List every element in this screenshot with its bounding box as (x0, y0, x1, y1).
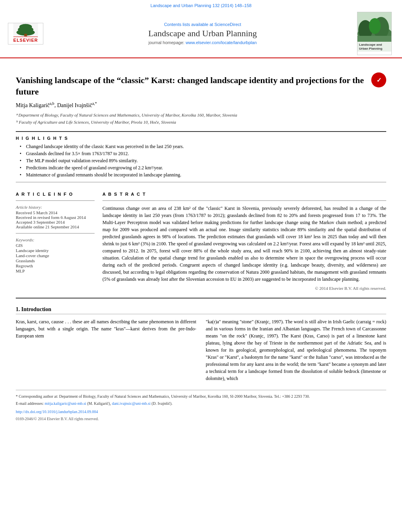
info-abstract-row: A R T I C L E I N F O Article history: R… (16, 188, 386, 291)
abstract-divider (102, 200, 386, 201)
svg-rect-10 (357, 36, 392, 42)
highlights-label: H I G H L I G H T S (16, 136, 386, 141)
list-item: Predictions indicate the speed of grassl… (20, 165, 386, 171)
divider-3 (16, 298, 386, 298)
keyword-item: Land-cover change (16, 253, 95, 258)
doi-link[interactable]: http://dx.doi.org/10.1016/j.landurbplan.… (16, 410, 98, 414)
list-item: The MLP model output validation revealed… (20, 158, 386, 164)
authors-line: Mitja Kaligariča,b, Danijel Ivajnšiča,* (16, 101, 386, 109)
article-title: Vanishing landscape of the “classic” Kar… (16, 75, 367, 97)
info-divider-mid (16, 233, 95, 234)
divider-2 (16, 182, 386, 182)
svg-text:✓: ✓ (376, 77, 382, 83)
crossmark-badge: ✓ (371, 72, 386, 87)
journal-title: Landscape and Urban Planning (50, 28, 355, 39)
section-title: Introduction (21, 306, 51, 312)
email1-person: (M. Kaligarič), (87, 401, 111, 406)
received-date: Received 5 March 2014 (16, 210, 95, 215)
section-heading-1: 1. Introduction (16, 306, 386, 314)
info-divider-top (16, 200, 95, 201)
header-center: Contents lists available at ScienceDirec… (50, 22, 355, 45)
keyword-item: Regrowth (16, 263, 95, 268)
sciencedirect-link[interactable]: ScienceDirect (214, 22, 241, 27)
cover-landscape-icon (357, 12, 392, 42)
keyword-item: Landscape identity (16, 248, 95, 253)
email-label: E-mail addresses: (16, 401, 44, 406)
intro-text-cols: Kras, karst, carso, causse . . . these a… (16, 318, 386, 382)
elsevier-tree-icon (12, 23, 39, 37)
list-item: Changed landscape identity of the classi… (20, 144, 386, 150)
accepted-date: Accepted 3 September 2014 (16, 220, 95, 224)
journal-homepage-link[interactable]: www.elsevier.com/locate/landurbplan (186, 40, 257, 45)
list-item: Grasslands declined for 3.5× from 1763/1… (20, 151, 386, 157)
main-content: Vanishing landscape of the “classic” Kar… (0, 58, 402, 431)
doi-line: http://dx.doi.org/10.1016/j.landurbplan.… (16, 409, 386, 415)
email2-person: (D. Ivajnšič). (151, 401, 172, 406)
copyright-notice: © 2014 Elsevier B.V. All rights reserved… (102, 286, 386, 291)
keyword-item: GIS (16, 243, 95, 248)
title-area: Vanishing landscape of the “classic” Kar… (16, 71, 367, 101)
intro-paragraph-1: Kras, karst, carso, causse . . . these a… (16, 318, 196, 339)
sciencedirect-label: Contents lists available at ScienceDirec… (50, 22, 355, 27)
author1-name: Mitja Kaligarič (16, 102, 50, 108)
article-info-label: A R T I C L E I N F O (16, 192, 95, 196)
author1-affil: a,b (50, 101, 54, 106)
author2-affil: a,* (92, 101, 97, 106)
keywords-section: Keywords: GIS Landscape identity Land-co… (16, 237, 95, 273)
keyword-item: Grasslands (16, 258, 95, 263)
corresponding-author: * Corresponding author at: Department of… (16, 393, 386, 399)
citation-line: Landscape and Urban Planning 132 (2014) … (151, 3, 251, 8)
elsevier-text: ELSEVIER (13, 37, 38, 43)
affil-a: ᵃ Department of Biology, Faculty of Natu… (16, 112, 386, 119)
intro-col2: "ka(r)a" meaning "stone" (Kranjc, 1997).… (206, 318, 386, 382)
issn-line: 0169-2046/© 2014 Elsevier B.V. All right… (16, 416, 386, 422)
affil-b: ᵇ Faculty of Agriculture and Life Scienc… (16, 119, 386, 126)
cover-image-art (357, 12, 391, 42)
available-date: Available online 21 September 2014 (16, 224, 95, 229)
email-line: E-mail addresses: mitja.kaligaric@uni-mb… (16, 400, 386, 406)
author2-name: Danijel Ivajnšič (57, 102, 92, 108)
keyword-item: MLP (16, 269, 95, 273)
title-row: Vanishing landscape of the “classic” Kar… (16, 71, 386, 101)
abstract-text: Continuous change over an area of 238 km… (102, 205, 386, 283)
keywords-list: GIS Landscape identity Land-cover change… (16, 243, 95, 273)
article-info-col: A R T I C L E I N F O Article history: R… (16, 188, 95, 291)
abstract-col: A B S T R A C T Continuous change over a… (102, 188, 386, 291)
keywords-label: Keywords: (16, 237, 95, 242)
svg-point-9 (369, 18, 381, 34)
journal-header: ELSEVIER Contents lists available at Sci… (0, 9, 402, 58)
email2-link[interactable]: dani.ivajnsic@uni-mb.si (112, 401, 151, 406)
highlights-section: H I G H L I G H T S Changed landscape id… (16, 136, 386, 178)
svg-rect-4 (24, 33, 27, 36)
highlights-list: Changed landscape identity of the classi… (16, 144, 386, 178)
abstract-label: A B S T R A C T (102, 192, 386, 196)
email1-link[interactable]: mitja.kaligaric@uni-mb.si (45, 401, 86, 406)
header-left: ELSEVIER (8, 23, 50, 44)
footnotes-section: * Corresponding author at: Department of… (16, 390, 386, 422)
divider-1 (16, 131, 386, 132)
journal-cover-image: Landscape and Urban Planning (357, 12, 392, 55)
cover-title-text: Landscape and Urban Planning (357, 42, 391, 52)
journal-homepage: journal homepage: www.elsevier.com/locat… (50, 40, 355, 45)
article-history: Article history: Received 5 March 2014 R… (16, 205, 95, 229)
intro-paragraph-2: "ka(r)a" meaning "stone" (Kranjc, 1997).… (206, 318, 386, 382)
affiliations: ᵃ Department of Biology, Faculty of Natu… (16, 112, 386, 126)
elsevier-logo: ELSEVIER (8, 23, 43, 44)
section-number: 1. (16, 306, 20, 312)
header-right: Landscape and Urban Planning (355, 12, 394, 55)
introduction-section: 1. Introduction Kras, karst, carso, caus… (16, 306, 386, 382)
crossmark-icon: ✓ (371, 72, 386, 87)
revised-date: Received in revised form 6 August 2014 (16, 215, 95, 220)
intro-col1: Kras, karst, carso, causse . . . these a… (16, 318, 196, 382)
list-item: Maintenance of grassland remnants should… (20, 172, 386, 178)
history-label: Article history: (16, 205, 95, 209)
